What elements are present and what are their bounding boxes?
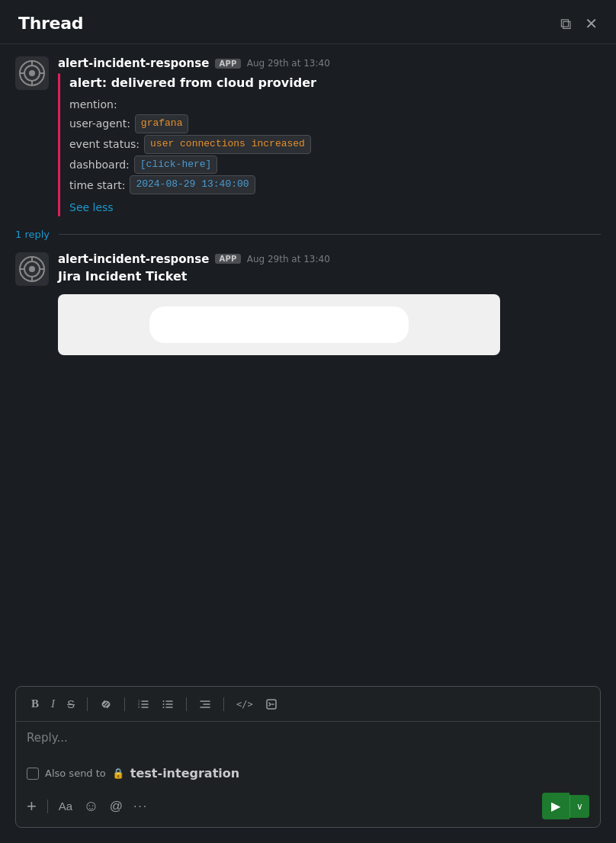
message-meta-1: alert-incident-response APP Aug 29th at … xyxy=(58,56,601,70)
svg-line-33 xyxy=(269,704,271,706)
reply-username: alert-incident-response xyxy=(58,252,209,266)
close-icon[interactable]: ✕ xyxy=(585,16,598,31)
timestamp-1: Aug 29th at 13:40 xyxy=(247,58,330,69)
message-title-1: alert: delivered from cloud provider xyxy=(69,73,601,93)
thread-header: Thread ⧉ ✕ xyxy=(0,0,616,44)
reply-message-meta: alert-incident-response APP Aug 29th at … xyxy=(58,252,601,266)
message-line-dashboard: dashboard: [click-here] xyxy=(69,155,601,175)
plus-button[interactable]: + xyxy=(27,797,37,816)
reply-toolbar: B I S 123 </> xyxy=(16,687,600,722)
message-line-mention: mention: xyxy=(69,96,601,113)
channel-name: test-integration xyxy=(130,766,239,780)
svg-point-27 xyxy=(163,707,165,708)
header-icons: ⧉ ✕ xyxy=(560,16,598,31)
reply-message-title: Jira Incident Ticket xyxy=(58,269,601,284)
reply-timestamp: Aug 29th at 13:40 xyxy=(247,254,330,264)
reply-message-block: alert-incident-response APP Aug 29th at … xyxy=(15,252,601,355)
send-dropdown-button[interactable]: ∨ xyxy=(569,795,589,818)
reply-box: B I S 123 </> Reply... Also send to 🔒 te… xyxy=(15,686,601,828)
lock-icon: 🔒 xyxy=(112,768,124,779)
label-timestart: time start: xyxy=(69,177,125,194)
italic-button[interactable]: I xyxy=(47,694,59,713)
red-bar xyxy=(58,73,60,216)
unordered-list-button[interactable] xyxy=(157,695,178,713)
message-line-useragent: user-agent: grafana xyxy=(69,114,601,133)
reply-avatar xyxy=(15,252,49,286)
tag-event-status: user connections increased xyxy=(144,135,311,154)
label-useragent: user-agent: xyxy=(69,115,130,132)
message-text-1: alert: delivered from cloud provider men… xyxy=(69,73,601,216)
tag-dashboard[interactable]: [click-here] xyxy=(134,155,218,175)
ordered-list-button[interactable]: 123 xyxy=(133,695,154,713)
toolbar-separator-3 xyxy=(186,697,187,711)
send-btn-group: ▶ ∨ xyxy=(542,793,589,819)
messages-area: alert-incident-response APP Aug 29th at … xyxy=(0,44,616,678)
label-eventstatus: event status: xyxy=(69,136,140,152)
indent-button[interactable] xyxy=(194,695,216,713)
reply-input[interactable]: Reply... xyxy=(16,722,600,760)
svg-point-25 xyxy=(163,700,165,702)
tag-timestart: 2024-08-29 13:40:00 xyxy=(130,175,255,194)
send-button[interactable]: ▶ xyxy=(542,793,569,819)
replies-count[interactable]: 1 reply xyxy=(15,229,50,240)
toolbar-separator-1 xyxy=(87,697,88,711)
svg-rect-31 xyxy=(267,700,276,709)
username-1: alert-incident-response xyxy=(58,56,209,70)
footer-separator xyxy=(47,800,48,813)
message-content-1: alert-incident-response APP Aug 29th at … xyxy=(58,56,601,216)
svg-point-11 xyxy=(29,266,35,272)
replies-divider: 1 reply xyxy=(15,229,601,240)
bold-button[interactable]: B xyxy=(27,694,43,713)
reply-message-content: alert-incident-response APP Aug 29th at … xyxy=(58,252,601,355)
label-dashboard: dashboard: xyxy=(69,156,130,173)
emoji-button[interactable]: ☺ xyxy=(83,797,98,815)
code-block-button[interactable] xyxy=(261,695,282,713)
reply-footer: + Aa ☺ @ ··· ▶ ∨ xyxy=(16,787,600,827)
copy-icon[interactable]: ⧉ xyxy=(560,16,571,31)
reply-placeholder: Reply... xyxy=(27,731,68,745)
svg-point-26 xyxy=(163,704,165,705)
svg-text:3: 3 xyxy=(138,705,140,709)
jira-card-inner xyxy=(149,306,409,343)
strikethrough-button[interactable]: S xyxy=(63,694,79,713)
toolbar-separator-2 xyxy=(124,697,125,711)
message-line-timestart: time start: 2024-08-29 13:40:00 xyxy=(69,175,601,194)
divider-line xyxy=(59,234,601,235)
message-body-1: alert: delivered from cloud provider men… xyxy=(58,73,601,216)
also-send-label: Also send to xyxy=(45,768,106,779)
code-button[interactable]: </> xyxy=(232,696,258,713)
jira-card xyxy=(58,294,500,355)
see-less-button[interactable]: See less xyxy=(69,199,601,216)
font-button[interactable]: Aa xyxy=(59,800,72,813)
reply-app-badge: APP xyxy=(215,254,240,264)
toolbar-separator-4 xyxy=(223,697,224,711)
app-badge-1: APP xyxy=(215,59,240,69)
footer-left: + Aa ☺ @ ··· xyxy=(27,797,148,816)
link-button[interactable] xyxy=(95,695,117,713)
also-send-row: Also send to 🔒 test-integration xyxy=(16,760,600,787)
tag-grafana: grafana xyxy=(135,114,189,133)
avatar xyxy=(15,56,49,90)
thread-title: Thread xyxy=(18,14,83,33)
message-line-eventstatus: event status: user connections increased xyxy=(69,135,601,154)
label-mention: mention: xyxy=(69,96,117,113)
also-send-checkbox[interactable] xyxy=(27,768,39,780)
more-button[interactable]: ··· xyxy=(133,800,148,813)
mention-button[interactable]: @ xyxy=(110,799,123,814)
message-block: alert-incident-response APP Aug 29th at … xyxy=(15,56,601,216)
svg-point-3 xyxy=(29,70,35,76)
